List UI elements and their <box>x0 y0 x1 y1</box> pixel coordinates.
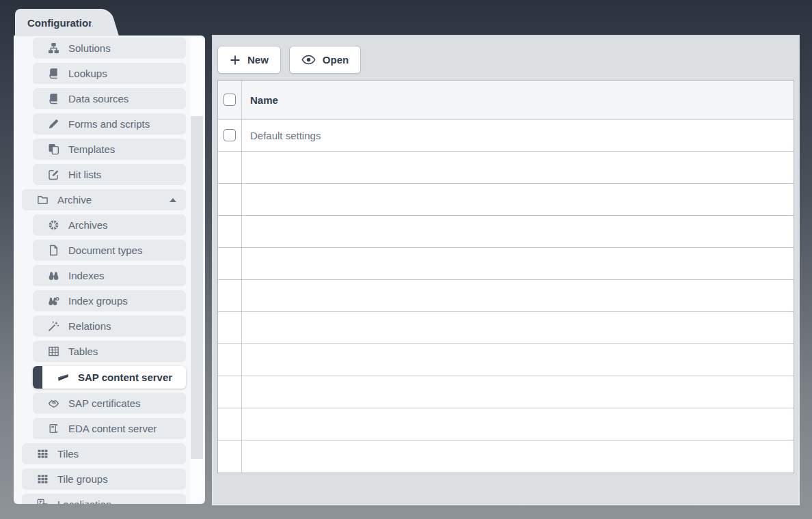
copy-icon <box>48 143 59 155</box>
sidebar-item-tables[interactable]: Tables <box>33 341 186 362</box>
sidebar-item-eda-content-server[interactable]: EDA content server <box>33 418 186 439</box>
table-row-empty <box>218 216 794 248</box>
row-name-cell: Default settings <box>242 120 794 151</box>
sidebar-item-label: Forms and scripts <box>68 118 150 130</box>
card-icon <box>48 423 59 434</box>
sidebar: SolutionsLookupsData sourcesForms and sc… <box>14 36 205 504</box>
sidebar-item-archives[interactable]: Archives <box>33 214 186 236</box>
settings-table: Name Default settings <box>217 80 794 473</box>
table-header: Name <box>218 81 794 120</box>
sidebar-item-label: Indexes <box>68 270 105 281</box>
row-name-cell <box>242 216 794 247</box>
row-checkbox-cell <box>218 248 242 279</box>
sidebar-item-label: Tile groups <box>57 473 108 485</box>
sidebar-item-label: Data sources <box>68 93 128 104</box>
table-icon <box>48 346 59 357</box>
sidebar-item-relations[interactable]: Relations <box>33 315 186 337</box>
binoculars-icon <box>48 270 59 281</box>
sidebar-item-label: Hit lists <box>68 169 101 180</box>
eye-icon <box>301 55 316 65</box>
sidebar-item-label: Tiles <box>57 448 79 460</box>
table-row-empty <box>218 184 794 216</box>
row-checkbox-cell <box>218 376 242 408</box>
content-panel: New Open Name Default settings <box>213 36 798 504</box>
tab-label: Configuration <box>27 17 94 29</box>
new-button-label: New <box>247 54 269 66</box>
sidebar-item-tiles[interactable]: Tiles <box>22 443 186 464</box>
sidebar-item-tile-groups[interactable]: Tile groups <box>22 468 186 490</box>
sidebar-item-label: Templates <box>68 143 115 155</box>
sidebar-item-indexes[interactable]: Indexes <box>33 265 186 286</box>
row-checkbox-cell <box>218 152 242 183</box>
sidebar-item-label: Relations <box>68 320 111 332</box>
sidebar-item-document-types[interactable]: Document types <box>33 240 186 261</box>
row-checkbox-cell <box>218 216 242 247</box>
document-icon <box>48 244 59 256</box>
select-all-cell <box>218 81 242 119</box>
table-row-empty <box>218 312 794 344</box>
sidebar-item-label: Tables <box>68 346 98 357</box>
row-name-cell <box>242 344 794 376</box>
sidebar-item-label: Solutions <box>68 42 111 54</box>
row-checkbox-cell <box>218 120 242 151</box>
row-checkbox-cell <box>218 344 242 376</box>
sidebar-item-localization[interactable]: ALocalization <box>22 494 186 504</box>
edit-note-icon <box>48 169 59 180</box>
sidebar-scrollbar[interactable] <box>190 37 204 503</box>
row-name-cell <box>242 152 794 183</box>
row-checkbox-cell <box>218 312 242 343</box>
row-checkbox[interactable] <box>224 129 236 141</box>
archive-sphere-icon <box>48 219 59 231</box>
row-checkbox-cell <box>218 184 242 215</box>
sidebar-item-archive[interactable]: Archive <box>22 189 186 210</box>
row-name-cell <box>242 184 794 215</box>
pencil-icon <box>48 118 59 130</box>
row-checkbox-cell <box>218 408 242 440</box>
sidebar-item-label: Index groups <box>68 295 128 307</box>
tiles-icon <box>37 473 49 485</box>
sidebar-items: SolutionsLookupsData sourcesForms and sc… <box>14 36 205 504</box>
sidebar-item-label: Document types <box>68 244 142 256</box>
sidebar-item-label: SAP content server <box>78 371 172 383</box>
table-row[interactable]: Default settings <box>218 120 794 152</box>
new-button[interactable]: New <box>217 46 281 74</box>
book-icon <box>48 68 59 79</box>
table-row-empty <box>218 408 794 440</box>
table-row-empty <box>218 440 794 473</box>
plus-icon <box>230 55 241 66</box>
open-button[interactable]: Open <box>289 46 361 74</box>
wand-icon <box>48 320 59 332</box>
row-name-cell <box>242 408 794 440</box>
sidebar-item-label: Lookups <box>68 68 107 79</box>
sidebar-item-label: EDA content server <box>68 423 157 434</box>
table-row-empty <box>218 152 794 184</box>
sidebar-item-label: Localization <box>57 499 111 504</box>
toolbar: New Open <box>213 36 798 80</box>
sidebar-item-sap-certificates[interactable]: SAP certificates <box>33 393 186 414</box>
folder-icon <box>37 194 49 206</box>
row-name-cell <box>242 248 794 279</box>
sidebar-item-hit-lists[interactable]: Hit lists <box>33 164 186 185</box>
sidebar-item-data-sources[interactable]: Data sources <box>33 88 186 109</box>
sidebar-item-forms-and-scripts[interactable]: Forms and scripts <box>33 113 186 135</box>
sidebar-item-sap-content-server[interactable]: SAP content server <box>33 366 186 389</box>
scrollbar-thumb[interactable] <box>191 116 203 459</box>
row-name-cell <box>242 376 794 408</box>
sitemap-icon <box>48 42 59 54</box>
table-row-empty <box>218 376 794 408</box>
chevron-up-icon[interactable] <box>170 198 176 202</box>
sidebar-item-lookups[interactable]: Lookups <box>33 63 186 84</box>
select-all-checkbox[interactable] <box>224 94 236 106</box>
row-name-cell <box>242 280 794 311</box>
tab-configuration[interactable]: Configuration <box>15 9 98 36</box>
sidebar-item-templates[interactable]: Templates <box>33 139 186 160</box>
row-checkbox-cell <box>218 280 242 311</box>
book-icon <box>48 93 59 104</box>
table-row-empty <box>218 280 794 312</box>
sidebar-item-label: Archives <box>68 219 108 231</box>
sidebar-item-label: Archive <box>57 194 92 206</box>
tiles-icon <box>37 448 49 460</box>
table-body: Default settings <box>218 120 794 473</box>
sidebar-item-index-groups[interactable]: Index groups <box>33 290 186 311</box>
sidebar-item-solutions[interactable]: Solutions <box>33 38 186 59</box>
